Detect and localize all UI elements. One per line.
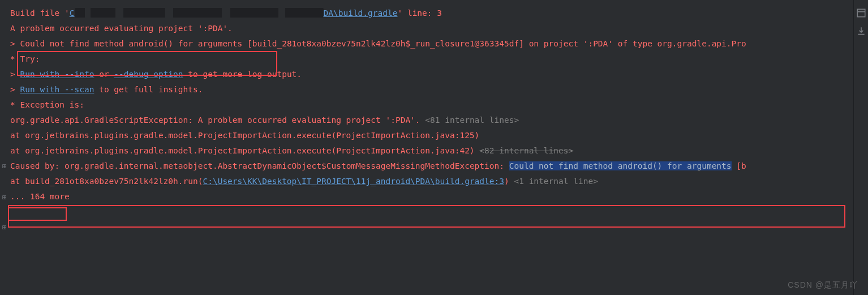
- text: >: [10, 85, 20, 94]
- text: at build_281ot8xa0bzev75n2lk42lz0h.run(: [10, 177, 203, 186]
- fold-toggle-icon[interactable]: ⊞: [2, 190, 7, 205]
- text: to get full insights.: [94, 85, 203, 94]
- exception-line-1: ⊞ org.gradle.api.GradleScriptException: …: [10, 113, 849, 128]
- caused-by-label: Caused by:: [10, 161, 59, 170]
- selected-error-text[interactable]: Could not find method android() for argu…: [509, 161, 732, 170]
- internal-lines-folded[interactable]: <1 internal line>: [514, 177, 598, 186]
- svg-rect-0: [857, 9, 865, 17]
- internal-lines-folded[interactable]: <81 internal lines>: [425, 116, 519, 125]
- text: ' line: 3: [397, 8, 442, 18]
- text: org.gradle.internal.metaobject.AbstractD…: [59, 161, 509, 170]
- text: org.gradle.api.GradleScriptException: A …: [10, 116, 425, 125]
- build-file-link-end[interactable]: DA\build.gradle: [324, 8, 398, 18]
- error-detail-line: > Could not find method android() for ar…: [10, 36, 849, 52]
- text: [b: [732, 161, 746, 170]
- problem-heading: A problem occurred evaluating project ':…: [10, 21, 849, 36]
- try-option-2: > Run with --scan to get full insights.: [10, 82, 849, 97]
- stack-frame: ⊞ at build_281ot8xa0bzev75n2lk42lz0h.run…: [10, 174, 849, 189]
- stack-frame: at org.jetbrains.plugins.gradle.model.Pr…: [10, 128, 849, 143]
- right-toolbar: [853, 0, 868, 295]
- build-file-line: Build file 'CDA\build.gradle' line: 3: [10, 6, 849, 21]
- more-frames: ... 164 more: [10, 189, 849, 204]
- source-file-link[interactable]: C:\Users\KK\Desktop\IT_PROJECT\11j_andro…: [203, 177, 504, 186]
- stack-frame: ⊞ at org.jetbrains.plugins.gradle.model.…: [10, 143, 849, 159]
- internal-lines-folded[interactable]: <82 internal lines>: [479, 146, 573, 155]
- text: ): [504, 177, 514, 186]
- build-output-console[interactable]: Build file 'CDA\build.gradle' line: 3 A …: [0, 0, 849, 295]
- fold-toggle-icon[interactable]: ⊞: [2, 220, 7, 235]
- text: at org.jetbrains.plugins.gradle.model.Pr…: [10, 146, 479, 155]
- expand-icon[interactable]: [856, 8, 866, 18]
- download-icon[interactable]: [856, 26, 866, 36]
- error-method-text: Could not find method android() for argu…: [20, 39, 247, 48]
- text: >: [10, 39, 20, 48]
- fold-toggle-icon[interactable]: ⊞: [2, 159, 7, 174]
- caused-by-line: Caused by: org.gradle.internal.metaobjec…: [10, 159, 849, 174]
- watermark: CSDN @是五月吖: [788, 280, 858, 290]
- text: Build file ': [10, 8, 70, 18]
- annotation-box: [17, 51, 277, 76]
- run-scan-link[interactable]: Run with --scan: [20, 85, 94, 94]
- text: [build_281ot8xa0bzev75n2lk42lz0h$_run_cl…: [247, 39, 746, 48]
- exception-heading: * Exception is:: [10, 97, 849, 113]
- redacted-path: [75, 8, 324, 18]
- build-file-link-start[interactable]: C: [70, 8, 75, 18]
